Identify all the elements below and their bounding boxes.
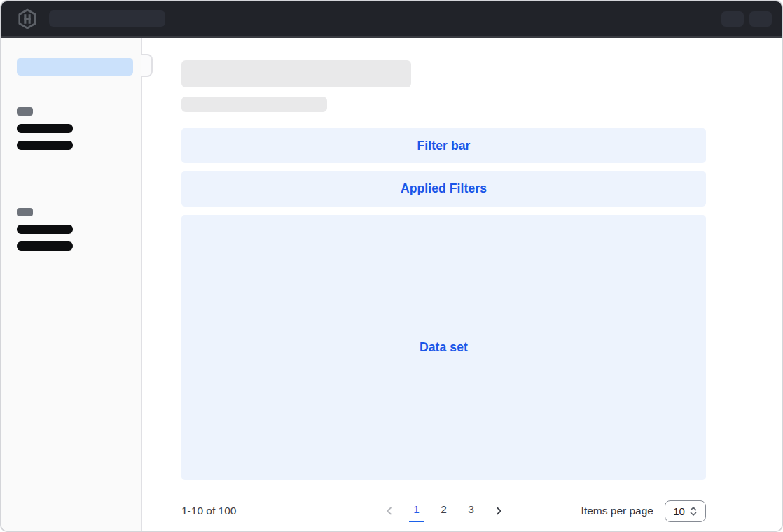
user-menu-skeleton[interactable] — [749, 11, 772, 27]
select-caret-icon — [689, 506, 698, 517]
page-button-1[interactable]: 1 — [409, 500, 424, 522]
sidebar — [1, 38, 142, 531]
page-button-3[interactable]: 3 — [464, 500, 479, 522]
page-title-skeleton — [181, 60, 411, 88]
sidebar-item-skeleton[interactable] — [17, 141, 73, 150]
data-set-region: Data set — [181, 215, 706, 480]
items-per-page-label: Items per page — [581, 505, 653, 517]
sidebar-selected-item-skeleton[interactable] — [17, 58, 133, 76]
items-per-page-group: Items per page 10 — [581, 500, 706, 522]
page-button-2[interactable]: 2 — [436, 500, 452, 522]
filter-bar-region: Filter bar — [181, 128, 706, 163]
app-body: Filter bar Applied Filters Data set 1-10… — [1, 38, 782, 531]
items-per-page-value: 10 — [673, 505, 685, 517]
page-subtitle-skeleton — [181, 97, 327, 112]
items-per-page-select[interactable]: 10 — [665, 500, 706, 522]
sidebar-item-skeleton[interactable] — [17, 241, 73, 251]
sidebar-item-skeleton[interactable] — [17, 225, 73, 234]
app-window: Filter bar Applied Filters Data set 1-10… — [0, 0, 783, 532]
data-set-label: Data set — [420, 340, 468, 355]
help-button-skeleton[interactable] — [721, 11, 744, 27]
chevron-right-icon[interactable] — [491, 503, 506, 519]
top-navbar — [1, 1, 782, 38]
chevron-left-icon[interactable] — [382, 503, 397, 519]
search-input-skeleton[interactable] — [49, 10, 165, 27]
pagination-range-label: 1-10 of 100 — [181, 505, 236, 517]
sidebar-collapse-handle[interactable] — [141, 54, 153, 77]
filter-bar-label: Filter bar — [417, 139, 471, 153]
hashicorp-logo-icon — [17, 8, 38, 29]
applied-filters-label: Applied Filters — [401, 181, 487, 196]
sidebar-section-label-skeleton — [17, 107, 33, 115]
sidebar-item-skeleton[interactable] — [17, 124, 73, 133]
sidebar-section-label-skeleton — [17, 208, 33, 216]
pagination-bar: 1-10 of 100 1 2 3 — [181, 498, 706, 524]
pagination-controls: 1 2 3 — [382, 500, 506, 522]
main-content: Filter bar Applied Filters Data set 1-10… — [142, 38, 782, 531]
applied-filters-region: Applied Filters — [181, 171, 706, 206]
